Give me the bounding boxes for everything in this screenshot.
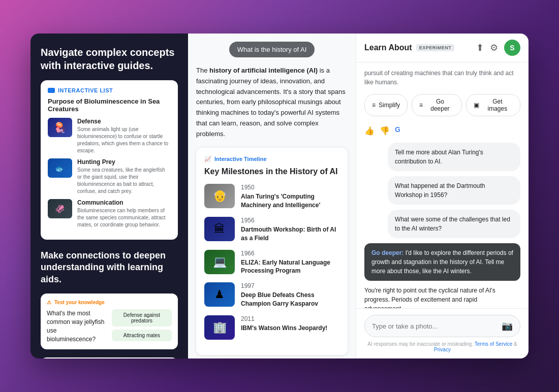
list-item: Hunting Prey Some sea creatures, like th… [48,158,171,195]
header-icons: ⬆ ⚙ S [476,40,520,56]
list-item: Communication Bioluminescence can help m… [48,199,171,228]
event-1997: Deep Blue Defeats Chess Champion Garry K… [241,291,339,308]
hunting-image [48,158,72,178]
dartmouth-image: 🏛 [204,217,235,241]
timeline-item-2011: 🏢 2011 IBM's Watson Wins Jeopardy! [204,315,339,340]
chat-message-ai: You're right to point out the cyclical n… [364,286,520,308]
input-area: 📷 [364,315,520,337]
year-1966: 1966 [241,250,339,257]
right-header: Learn About EXPERIMENT ⬆ ⚙ S [356,34,529,62]
communication-title: Communication [77,199,171,206]
timeline-item-1966: 💻 1966 ELIZA: Early Natural Language Pro… [204,250,339,276]
search-pill[interactable]: What is the history of AI [229,42,315,57]
event-1956: Dartmouth Workshop: Birth of AI as a Fie… [241,225,339,243]
simplify-action-btn[interactable]: ≡ Simplify [364,94,408,116]
left-heading-1: Navigate complex concepts with interacti… [41,46,178,72]
interactive-list-label: Interactive List [48,87,171,93]
chat-intro-text: pursuit of creating machines that can tr… [364,69,520,87]
camera-icon[interactable]: 📷 [502,320,513,332]
timeline-icon: 📈 [204,156,211,162]
quiz-question: What's the most common way jellyfish use… [47,309,107,343]
settings-icon[interactable]: ⚙ [490,42,498,53]
chat-input[interactable] [372,322,498,330]
left-heading-2: Make connections to deepen understanding… [41,250,178,285]
communication-desc: Bioluminescence can help members of the … [77,207,171,228]
timeline-card: 📈 Interactive Timeline Key Milestones in… [196,148,348,355]
defense-title: Defense [77,118,171,125]
deepblue-image: ♟ [204,282,235,307]
google-icon: G [395,125,405,136]
right-panel: Learn About EXPERIMENT ⬆ ⚙ S pursuit of … [356,34,529,358]
defense-desc: Some animals light up (use bioluminescen… [77,126,171,154]
interactive-list-title: Purpose of Bioluminescence in Sea Creatu… [48,97,171,113]
terms-link[interactable]: Terms of Service [475,341,512,347]
disclaimer: AI responses may be inaccurate or mislea… [364,341,520,352]
simplify-action-icon: ≡ [372,102,376,109]
search-bar-container: What is the history of AI [188,34,356,66]
quiz-icon: ⚠ [47,300,51,305]
event-1966: ELIZA: Early Natural Language Processing… [241,258,339,276]
action-buttons: ≡ Simplify ≡ Go deeper ▣ Get images [364,94,520,116]
year-1950: 1950 [241,184,339,191]
list-icon [48,88,55,93]
watson-image: 🏢 [204,315,235,340]
right-footer: 📷 AI responses may be inaccurate or misl… [356,308,529,358]
timeline-label: 📈 Interactive Timeline [204,156,339,162]
avatar[interactable]: S [504,40,520,56]
quiz-answers: Defense against predators Attracting mat… [112,309,172,343]
chat-message-turing: Tell me more about Alan Turing's contrib… [388,143,520,171]
turing-image: 👴 [204,184,235,208]
timeline-item-1956: 🏛 1956 Dartmouth Workshop: Birth of AI a… [204,217,339,243]
list-item: Defense Some animals light up (use biolu… [48,118,171,154]
chat-message-winters: What were some of the challenges that le… [388,210,520,238]
go-deeper-label: Go deeper: [371,249,406,256]
communication-image [48,199,72,218]
chat-message-go-deeper: Go deeper: I'd like to explore the diffe… [364,243,520,281]
experiment-badge: EXPERIMENT [416,44,455,51]
event-1950: Alan Turing's 'Computing Machinery and I… [241,192,339,210]
chat-area: pursuit of creating machines that can tr… [356,62,529,308]
quiz-answer-mates[interactable]: Attracting mates [112,330,172,341]
left-panel: Navigate complex concepts with interacti… [30,34,188,358]
thumbs-up-icon[interactable]: 👍 [364,126,375,136]
chat-message-dartmouth: What happened at the Dartmouth Workshop … [388,176,520,205]
quiz-answer-defense[interactable]: Defense against predators [112,309,172,326]
misconception-card: ⚠ Common misconception ✗ Bioluminescent … [41,357,178,358]
year-1997: 1997 [241,282,339,289]
quiz-card: ⚠ Test your knowledge What's the most co… [41,293,178,349]
eliza-image: 💻 [204,250,235,274]
intro-text: The history of artificial intelligence (… [196,66,348,140]
middle-panel: What is the history of AI The history of… [188,34,356,358]
timeline-title: Key Milestones in the History of AI [204,167,339,177]
thumbs-down-icon[interactable]: 👎 [380,126,390,136]
quiz-label: ⚠ Test your knowledge [47,300,172,305]
share-icon[interactable]: ⬆ [476,42,484,53]
privacy-link[interactable]: Privacy [434,347,451,352]
year-1956: 1956 [241,217,339,224]
defense-image [48,118,72,137]
year-2011: 2011 [241,315,339,322]
event-2011: IBM's Watson Wins Jeopardy! [241,324,339,333]
interactive-list-card: Interactive List Purpose of Bioluminesce… [41,80,178,240]
timeline-item-1997: ♟ 1997 Deep Blue Defeats Chess Champion … [204,282,339,308]
timeline-item-1950: 👴 1950 Alan Turing's 'Computing Machiner… [204,184,339,210]
get-images-action-btn[interactable]: ▣ Get images [466,94,520,116]
quiz-content: What's the most common way jellyfish use… [47,309,172,343]
hunting-desc: Some sea creatures, like the anglerfish … [77,167,171,195]
main-container: Navigate complex concepts with interacti… [30,34,529,358]
go-deeper-action-btn[interactable]: ≡ Go deeper [412,94,462,116]
hunting-title: Hunting Prey [77,158,171,166]
go-deeper-action-icon: ≡ [419,102,423,109]
get-images-action-icon: ▣ [474,102,479,109]
learn-about-title: Learn About EXPERIMENT [364,43,454,52]
middle-content: The history of artificial intelligence (… [188,66,356,358]
feedback-row: 👍 👎 G [364,125,520,136]
